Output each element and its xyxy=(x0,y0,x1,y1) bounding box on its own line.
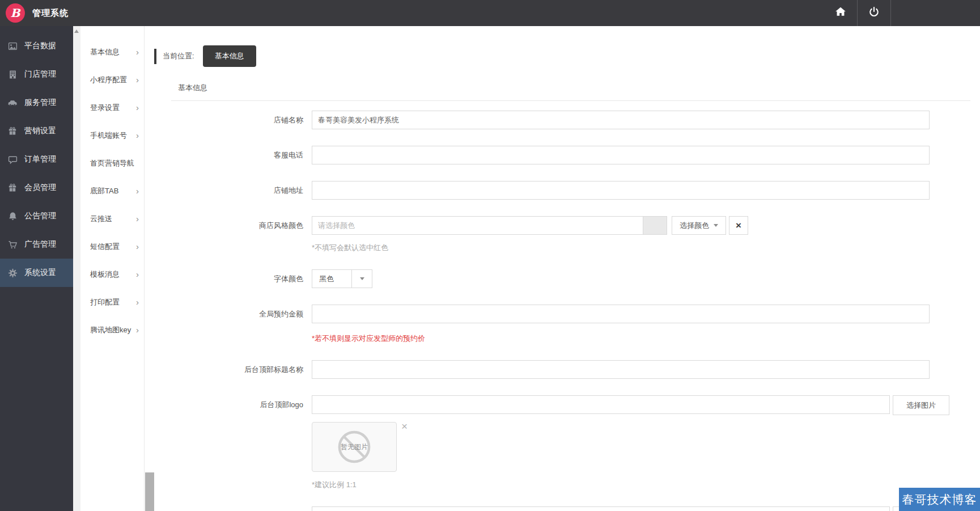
style-color-hint: *不填写会默认选中红色 xyxy=(312,243,388,253)
chevron-right-icon xyxy=(136,186,139,196)
shop-name-input[interactable] xyxy=(312,111,930,129)
form-row-admin-title: 后台顶部标题名称 xyxy=(171,360,970,379)
chevron-right-icon xyxy=(136,103,139,113)
sidebar-item-marketing-settings[interactable]: 营销设置 xyxy=(0,117,73,145)
caret-down-icon xyxy=(714,224,718,227)
shop-address-input[interactable] xyxy=(312,181,930,200)
car-icon xyxy=(7,98,18,108)
field-label: 字体颜色 xyxy=(171,269,312,288)
admin-title-input[interactable] xyxy=(312,360,930,379)
chevron-right-icon xyxy=(136,297,139,307)
submenu-item-miniprogram-config[interactable]: 小程序配置 xyxy=(80,67,144,92)
selected-value: 黑色 xyxy=(312,270,351,288)
no-image-text: 暂无图片 xyxy=(341,442,368,452)
sidebar-item-ad-management[interactable]: 广告管理 xyxy=(0,230,73,259)
choose-logo-image-button[interactable]: 选择图片 xyxy=(893,395,949,415)
my-page-bg-input[interactable] xyxy=(312,506,890,511)
sidebar-item-order-management[interactable]: 订单管理 xyxy=(0,145,73,174)
form-row-shop-address: 店铺地址 xyxy=(171,181,970,200)
sidebar-item-platform-data[interactable]: 平台数据 xyxy=(0,32,73,60)
chevron-right-icon xyxy=(136,214,139,224)
field-label: 后台顶部标题名称 xyxy=(171,360,312,379)
sidebar-item-member-management[interactable]: 会员管理 xyxy=(0,174,73,202)
booking-amount-hint: *若不填则显示对应发型师的预约价 xyxy=(312,333,425,344)
power-icon xyxy=(868,6,880,20)
settings-submenu: 基本信息 小程序配置 登录设置 手机端账号 首页营销导航 底部TAB 云推送 xyxy=(80,26,145,511)
gift-icon xyxy=(7,126,18,136)
breadcrumb-accent-bar xyxy=(154,49,156,64)
form-row-booking-amount: 全局预约金额 *若不填则显示对应发型师的预约价 xyxy=(171,305,970,344)
admin-logo-input[interactable] xyxy=(312,395,890,414)
scroll-up-arrow-icon[interactable] xyxy=(74,29,79,33)
submenu-item-basic-info[interactable]: 基本信息 xyxy=(80,40,144,65)
chevron-right-icon xyxy=(136,75,139,85)
breadcrumb-label: 当前位置: xyxy=(163,51,194,61)
chevron-right-icon xyxy=(136,325,139,335)
topbar: B 管理系统 xyxy=(0,0,980,26)
chevron-right-icon xyxy=(136,269,139,280)
form-row-my-page-bg: 我的页面背景图 选择图片 xyxy=(171,506,970,511)
submenu-item-mobile-account[interactable]: 手机端账号 xyxy=(80,123,144,148)
caret-down-icon xyxy=(360,277,364,280)
field-label: 商店风格颜色 xyxy=(171,216,312,253)
form-row-font-color: 字体颜色 黑色 xyxy=(171,269,970,288)
style-color-input[interactable] xyxy=(312,216,643,235)
form-row-admin-logo: 后台顶部logo 选择图片 xyxy=(171,395,970,490)
submenu-item-tencent-map-key[interactable]: 腾讯地图key xyxy=(80,318,144,343)
panel-title: 基本信息 xyxy=(171,75,970,100)
logo-ratio-hint: *建议比例 1:1 xyxy=(312,480,357,490)
submenu-item-template-message[interactable]: 模板消息 xyxy=(80,262,144,287)
submenu-item-print-config[interactable]: 打印配置 xyxy=(80,290,144,315)
field-label: 客服电话 xyxy=(171,146,312,164)
font-color-select[interactable]: 黑色 xyxy=(312,269,372,288)
gift-icon xyxy=(7,183,18,193)
watermark-badge: 春哥技术博客 xyxy=(899,488,980,511)
form-row-shop-name: 店铺名称 xyxy=(171,111,970,129)
panel-divider xyxy=(171,100,970,101)
select-arrow[interactable] xyxy=(351,270,372,288)
logout-button[interactable] xyxy=(858,0,890,26)
breadcrumb-tab-basic-info[interactable]: 基本信息 xyxy=(203,45,256,67)
field-label: 后台顶部logo xyxy=(171,395,312,490)
basic-info-form: 店铺名称 客服电话 店铺地址 xyxy=(171,111,970,511)
sidebar-item-service-management[interactable]: 服务管理 xyxy=(0,88,73,117)
logo-image-placeholder: 暂无图片 xyxy=(312,422,397,472)
remove-image-icon[interactable] xyxy=(401,421,408,432)
chevron-right-icon xyxy=(136,130,139,141)
breadcrumb: 当前位置: 基本信息 xyxy=(154,45,980,67)
comment-icon xyxy=(7,154,18,164)
gear-icon xyxy=(7,268,18,278)
color-preview-swatch xyxy=(643,216,667,235)
submenu-item-bottom-tab[interactable]: 底部TAB xyxy=(80,179,144,204)
brand-logo: B xyxy=(6,3,25,23)
field-label: 全局预约金额 xyxy=(171,305,312,344)
image-icon xyxy=(7,41,18,51)
sidebar-item-announcement-management[interactable]: 公告管理 xyxy=(0,202,73,230)
cart-icon xyxy=(7,239,18,250)
home-icon xyxy=(835,6,846,20)
submenu-item-login-settings[interactable]: 登录设置 xyxy=(80,95,144,120)
form-row-service-phone: 客服电话 xyxy=(171,146,970,164)
home-button[interactable] xyxy=(824,0,857,26)
chevron-right-icon xyxy=(136,47,139,57)
submenu-item-sms-config[interactable]: 短信配置 xyxy=(80,234,144,259)
submenu-item-cloud-push[interactable]: 云推送 xyxy=(80,206,144,231)
chevron-right-icon xyxy=(136,242,139,252)
sidebar-item-store-management[interactable]: 门店管理 xyxy=(0,60,73,88)
watermark-text: 春哥技术博客 xyxy=(902,492,977,508)
basic-info-panel: 基本信息 店铺名称 客服电话 xyxy=(171,75,970,511)
clear-color-button[interactable] xyxy=(729,216,748,235)
field-label: 店铺地址 xyxy=(171,181,312,200)
bell-icon xyxy=(7,211,18,221)
sidebar-item-system-settings[interactable]: 系统设置 xyxy=(0,259,73,287)
app-title: 管理系统 xyxy=(32,8,69,19)
content-scrollbar-thumb[interactable] xyxy=(145,472,154,511)
submenu-item-home-marketing-nav[interactable]: 首页营销导航 xyxy=(80,151,144,176)
booking-amount-input[interactable] xyxy=(312,305,930,323)
service-phone-input[interactable] xyxy=(312,146,930,164)
topbar-separator xyxy=(890,0,891,26)
field-label: 我的页面背景图 xyxy=(171,506,312,511)
choose-color-button[interactable]: 选择颜色 xyxy=(672,216,726,235)
form-row-style-color: 商店风格颜色 选择颜色 *不填写会默认选中红色 xyxy=(171,216,970,253)
sidebar-scrollbar[interactable] xyxy=(73,26,80,511)
